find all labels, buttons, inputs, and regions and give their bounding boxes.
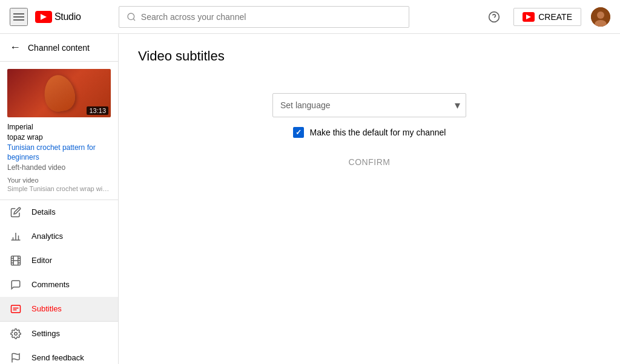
comment-icon bbox=[10, 279, 22, 291]
top-header: Studio CREATE bbox=[0, 0, 620, 34]
your-video-label: Your video bbox=[7, 177, 111, 184]
studio-label: Studio bbox=[54, 11, 81, 22]
analytics-label: Analytics bbox=[31, 232, 63, 241]
sidebar-item-feedback[interactable]: Send feedback bbox=[0, 346, 118, 364]
gear-icon bbox=[10, 328, 22, 340]
back-label: Channel content bbox=[28, 43, 90, 53]
subtitles-label: Subtitles bbox=[31, 304, 62, 313]
sidebar-item-details[interactable]: Details bbox=[0, 200, 118, 224]
sidebar-item-comments[interactable]: Comments bbox=[0, 273, 118, 297]
svg-point-22 bbox=[15, 333, 18, 336]
back-to-channel[interactable]: ← Channel content bbox=[0, 34, 118, 62]
main-layout: ← Channel content 13:13 Imperial topaz w… bbox=[0, 34, 620, 364]
shawl-graphic bbox=[41, 73, 78, 114]
svg-point-0 bbox=[128, 13, 134, 20]
header-left: Studio bbox=[10, 8, 81, 26]
search-input[interactable] bbox=[141, 12, 401, 22]
avatar-image bbox=[591, 7, 610, 27]
search-icon bbox=[127, 12, 136, 22]
youtube-logo: Studio bbox=[35, 11, 81, 23]
create-button[interactable]: CREATE bbox=[513, 8, 581, 26]
back-arrow-icon: ← bbox=[10, 41, 21, 54]
sidebar-item-subtitles[interactable]: Subtitles bbox=[0, 297, 118, 321]
sidebar-bottom: Settings Send feedback bbox=[0, 321, 118, 364]
svg-rect-19 bbox=[12, 305, 21, 313]
film-icon bbox=[10, 255, 22, 267]
subtitles-icon bbox=[10, 303, 22, 315]
video-title: Imperial topaz wrap Tunisian crochet pat… bbox=[7, 122, 111, 173]
sidebar-item-analytics[interactable]: Analytics bbox=[0, 224, 118, 249]
confirm-button[interactable]: CONFIRM bbox=[339, 152, 400, 172]
language-select[interactable]: Set language English Spanish French Germ… bbox=[272, 93, 466, 117]
header-right: CREATE bbox=[484, 7, 610, 27]
feedback-label: Send feedback bbox=[31, 353, 84, 362]
comments-label: Comments bbox=[31, 280, 70, 289]
main-content: Video subtitles Set language English Spa… bbox=[119, 34, 620, 364]
video-card: 13:13 Imperial topaz wrap Tunisian croch… bbox=[0, 62, 118, 200]
bar-chart-icon bbox=[10, 230, 22, 242]
question-icon bbox=[488, 11, 500, 23]
page-title: Video subtitles bbox=[138, 48, 601, 64]
language-select-wrapper: Set language English Spanish French Germ… bbox=[272, 93, 466, 117]
pencil-icon bbox=[10, 206, 22, 218]
checkbox-label: Make this the default for my channel bbox=[310, 128, 446, 137]
menu-button[interactable] bbox=[10, 8, 28, 26]
avatar[interactable] bbox=[591, 7, 610, 27]
sidebar-item-editor[interactable]: Editor bbox=[0, 249, 118, 273]
details-label: Details bbox=[31, 207, 56, 216]
flag-icon bbox=[10, 352, 22, 364]
video-description: Simple Tunisian crochet wrap with g... bbox=[7, 185, 111, 192]
video-thumbnail: 13:13 bbox=[7, 69, 111, 117]
default-channel-checkbox-row: Make this the default for my channel bbox=[293, 127, 446, 138]
svg-point-5 bbox=[597, 11, 604, 19]
svg-line-1 bbox=[133, 19, 135, 21]
create-video-icon bbox=[523, 12, 535, 22]
youtube-icon bbox=[35, 11, 52, 23]
settings-label: Settings bbox=[31, 329, 60, 338]
language-section: Set language English Spanish French Germ… bbox=[138, 93, 601, 172]
video-duration: 13:13 bbox=[87, 106, 108, 115]
default-channel-checkbox[interactable] bbox=[293, 127, 304, 138]
sidebar: ← Channel content 13:13 Imperial topaz w… bbox=[0, 34, 119, 364]
help-button[interactable] bbox=[484, 7, 504, 27]
editor-label: Editor bbox=[31, 256, 52, 265]
sidebar-item-settings[interactable]: Settings bbox=[0, 322, 118, 346]
search-bar[interactable] bbox=[119, 6, 409, 28]
